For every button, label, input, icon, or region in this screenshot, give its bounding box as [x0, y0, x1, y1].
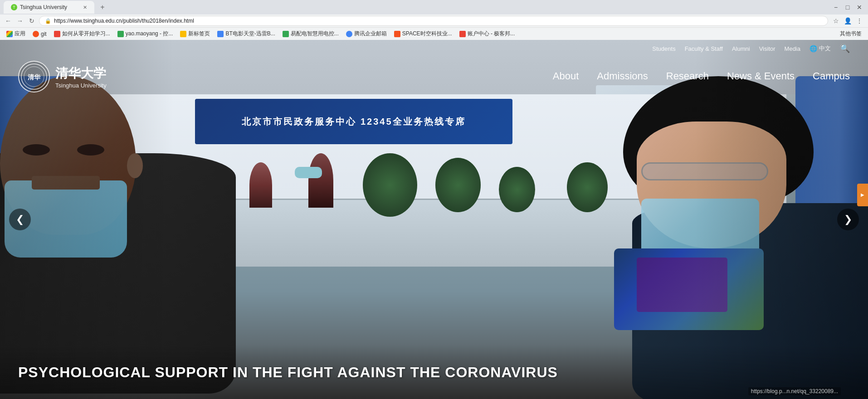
- bookmark-account[interactable]: 账户中心 - 极客邦...: [457, 29, 518, 39]
- chevron-right-icon: ❯: [844, 214, 852, 225]
- chevron-left-icon: ❮: [16, 214, 24, 225]
- maximize-button[interactable]: □: [843, 2, 853, 12]
- apps-icon: [6, 31, 13, 37]
- browser-chrome: T Tsinghua University ✕ + − □ ✕ ← → ↻ 🔒 …: [0, 0, 868, 40]
- bookmarks-bar: 应用 git 如何从零开始学习... yao.maoyang - 控... 新标…: [0, 27, 868, 40]
- yao-icon: [117, 31, 124, 37]
- website-content: 北京市市民政务服务中心 12345全业务热线专席: [0, 40, 868, 399]
- logo-chinese: 清华大学: [55, 65, 107, 82]
- visitor-link[interactable]: Visitor: [759, 45, 775, 52]
- tencent-icon: [346, 31, 352, 37]
- study-icon: [54, 31, 60, 37]
- toolbar-actions: ☆ 👤 ⋮: [831, 16, 864, 26]
- students-link[interactable]: Students: [652, 45, 675, 52]
- more-options-icon[interactable]: ⋮: [854, 16, 864, 26]
- bookmark-git[interactable]: git: [30, 30, 49, 38]
- lang-label: 中文: [819, 44, 831, 53]
- close-window-button[interactable]: ✕: [854, 2, 864, 12]
- bookmark-bt[interactable]: BT电影天堂-迅雷B...: [215, 29, 278, 39]
- language-toggle[interactable]: 🌐 中文: [809, 44, 831, 53]
- hero-text-area: PSYCHOLOGICAL SUPPORT IN THE FIGHT AGAIN…: [18, 364, 777, 381]
- new-tab-button[interactable]: +: [96, 1, 109, 14]
- alumni-link[interactable]: Alumni: [732, 45, 750, 52]
- site-header: Students Faculty & Staff Alumni Visitor …: [0, 40, 868, 110]
- carousel-prev-button[interactable]: ❮: [9, 209, 31, 230]
- other-bookmarks-label: 其他书签: [840, 30, 862, 38]
- tab-close-button[interactable]: ✕: [83, 5, 87, 10]
- nav-news-events[interactable]: News & Events: [727, 68, 795, 85]
- bookmark-tencent-label: 腾讯企业邮箱: [354, 30, 387, 38]
- reload-button[interactable]: ↻: [27, 16, 36, 25]
- main-navigation: About Admissions Research News & Events …: [553, 68, 850, 85]
- bookmark-yao[interactable]: yao.maoyang - 控...: [115, 29, 176, 39]
- bookmark-account-label: 账户中心 - 极客邦...: [468, 30, 515, 38]
- bookmark-electric-label: 易配电智慧用电控...: [291, 30, 339, 38]
- back-button[interactable]: ←: [4, 16, 13, 25]
- bookmark-electric[interactable]: 易配电智慧用电控...: [280, 29, 341, 39]
- bookmark-apps-label: 应用: [15, 30, 25, 38]
- bookmark-git-label: git: [41, 31, 47, 37]
- bt-icon: [217, 31, 224, 37]
- header-main: 清华 清华大学 Tsinghua University About Admiss…: [0, 57, 868, 96]
- logo-text: 清华大学 Tsinghua University: [55, 65, 107, 89]
- side-panel-toggle[interactable]: ▶: [857, 184, 868, 206]
- browser-toolbar: ← → ↻ 🔒 https://www.tsinghua.edu.cn/publ…: [0, 15, 868, 27]
- hero-title: PSYCHOLOGICAL SUPPORT IN THE FIGHT AGAIN…: [18, 364, 777, 381]
- minimize-button[interactable]: −: [831, 2, 841, 12]
- url-text: https://www.tsinghua.edu.cn/publish/thu2…: [54, 18, 194, 24]
- active-tab[interactable]: T Tsinghua University ✕: [4, 1, 94, 14]
- forward-button[interactable]: →: [15, 16, 24, 25]
- bookmark-space[interactable]: SPACE时空科技业...: [391, 29, 455, 39]
- newtab-icon: [180, 31, 186, 37]
- faculty-staff-link[interactable]: Faculty & Staff: [685, 45, 723, 52]
- globe-icon: 🌐: [809, 45, 817, 52]
- bookmark-newtab[interactable]: 新标签页: [177, 29, 213, 39]
- university-seal: 清华: [18, 61, 50, 92]
- seal-svg: 清华: [20, 63, 48, 90]
- electric-icon: [283, 31, 289, 37]
- bookmark-newtab-label: 新标签页: [188, 30, 210, 38]
- bookmark-study[interactable]: 如何从零开始学习...: [51, 29, 113, 39]
- header-top-bar: Students Faculty & Staff Alumni Visitor …: [0, 40, 868, 57]
- side-panel-icon: ▶: [861, 192, 864, 197]
- tab-title: Tsinghua University: [20, 4, 67, 10]
- bottom-url: https://blog.p...n.net/qq_33220089...: [748, 387, 841, 395]
- user-icon[interactable]: 👤: [843, 16, 853, 26]
- bookmark-yao-label: yao.maoyang - 控...: [126, 30, 173, 38]
- nav-admissions[interactable]: Admissions: [597, 68, 648, 85]
- other-bookmarks[interactable]: 其他书签: [837, 29, 864, 39]
- space-icon: [394, 31, 400, 37]
- search-button[interactable]: 🔍: [840, 44, 850, 54]
- tab-favicon: T: [11, 4, 17, 10]
- address-bar[interactable]: 🔒 https://www.tsinghua.edu.cn/publish/th…: [39, 16, 828, 26]
- lock-icon: 🔒: [45, 18, 51, 24]
- bookmark-space-label: SPACE时空科技业...: [402, 30, 452, 38]
- svg-text:清华: 清华: [28, 73, 41, 81]
- browser-tab-bar: T Tsinghua University ✕ + − □ ✕: [0, 0, 868, 15]
- logo-area[interactable]: 清华 清华大学 Tsinghua University: [18, 61, 107, 92]
- carousel-next-button[interactable]: ❯: [837, 209, 859, 230]
- nav-about[interactable]: About: [553, 68, 579, 85]
- bookmark-apps[interactable]: 应用: [4, 29, 28, 39]
- git-icon: [33, 31, 39, 37]
- bookmark-star-icon[interactable]: ☆: [831, 16, 841, 26]
- nav-research[interactable]: Research: [666, 68, 709, 85]
- account-icon: [459, 31, 466, 37]
- bookmark-study-label: 如何从零开始学习...: [62, 30, 110, 38]
- logo-english: Tsinghua University: [55, 82, 107, 89]
- media-link[interactable]: Media: [785, 45, 800, 52]
- bookmark-bt-label: BT电影天堂-迅雷B...: [225, 30, 275, 38]
- bookmark-tencent[interactable]: 腾讯企业邮箱: [343, 29, 390, 39]
- nav-campus[interactable]: Campus: [813, 68, 850, 85]
